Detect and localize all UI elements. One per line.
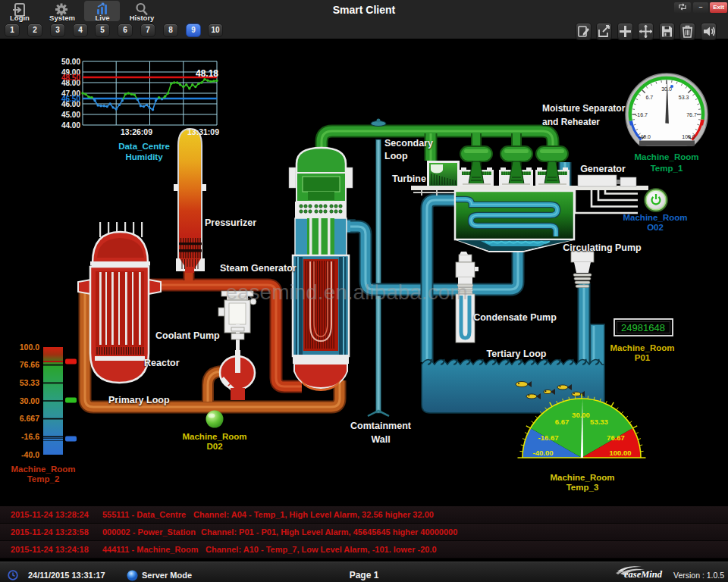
- svg-text:Temp_3: Temp_3: [566, 483, 599, 492]
- svg-text:76.67: 76.67: [607, 433, 625, 442]
- svg-text:Pressurizer: Pressurizer: [205, 217, 256, 228]
- svg-text:Temp_2: Temp_2: [27, 474, 60, 483]
- svg-text:30.00: 30.00: [572, 411, 590, 419]
- svg-text:-16.7: -16.7: [635, 112, 648, 117]
- svg-text:Moisture Separator: Moisture Separator: [542, 103, 626, 114]
- svg-text:Tertiary Loop: Tertiary Loop: [487, 349, 547, 359]
- svg-text:Temp_1: Temp_1: [651, 164, 683, 173]
- svg-text:Humidity: Humidity: [125, 152, 163, 161]
- svg-text:-40.00: -40.00: [533, 449, 554, 457]
- svg-text:D02: D02: [206, 442, 222, 451]
- svg-text:Secondary: Secondary: [384, 138, 433, 149]
- svg-text:100.00: 100.00: [609, 449, 631, 457]
- svg-text:Machine_Room: Machine_Room: [623, 213, 688, 222]
- svg-text:Loop: Loop: [384, 151, 408, 161]
- svg-text:Steam Generator: Steam Generator: [220, 263, 297, 274]
- svg-text:and Reheater: and Reheater: [542, 117, 600, 127]
- svg-text:76.7: 76.7: [686, 112, 697, 117]
- svg-text:13:26:09: 13:26:09: [121, 127, 152, 136]
- svg-text:Reactor: Reactor: [144, 358, 180, 368]
- svg-text:53.3: 53.3: [679, 95, 689, 100]
- svg-text:P01: P01: [635, 353, 651, 362]
- svg-text:Data_Centre: Data_Centre: [118, 142, 170, 151]
- svg-text:76.66: 76.66: [20, 360, 39, 369]
- svg-text:53.33: 53.33: [590, 418, 608, 426]
- svg-text:-16.6: -16.6: [21, 432, 39, 441]
- svg-text:Comtainment: Comtainment: [350, 421, 412, 431]
- svg-text:easeMind: easeMind: [624, 569, 663, 580]
- svg-text:46.50: 46.50: [61, 95, 80, 103]
- svg-text:Primary Loop: Primary Loop: [108, 395, 170, 405]
- svg-text:30.00: 30.00: [20, 396, 39, 405]
- svg-text:O02: O02: [647, 223, 664, 232]
- svg-text:Circulating Pump: Circulating Pump: [563, 242, 642, 253]
- svg-text:Condensate Pump: Condensate Pump: [473, 312, 557, 323]
- svg-text:44.00: 44.00: [61, 121, 80, 130]
- svg-text:30.0: 30.0: [661, 86, 672, 92]
- svg-text:6.67: 6.67: [555, 418, 570, 426]
- svg-text:6.7: 6.7: [646, 95, 654, 100]
- svg-text:48.18: 48.18: [196, 68, 218, 79]
- svg-text:100.0: 100.0: [20, 343, 39, 352]
- svg-text:48.50: 48.50: [61, 74, 80, 82]
- svg-text:53.33: 53.33: [20, 378, 39, 387]
- svg-text:Machine_Room: Machine_Room: [551, 473, 615, 482]
- svg-text:Machine_Room: Machine_Room: [11, 465, 76, 474]
- svg-text:Generator: Generator: [580, 164, 626, 174]
- svg-text:-40.0: -40.0: [21, 450, 39, 459]
- svg-text:-16.67: -16.67: [538, 433, 559, 442]
- svg-text:Coolant Pump: Coolant Pump: [155, 330, 220, 341]
- svg-text:50.00: 50.00: [61, 58, 80, 66]
- svg-text:6.667: 6.667: [20, 414, 39, 423]
- svg-text:Wall: Wall: [371, 434, 390, 445]
- svg-text:13:31:09: 13:31:09: [187, 127, 219, 136]
- svg-text:Machine_Room: Machine_Room: [183, 432, 247, 441]
- svg-text:-40.0: -40.0: [639, 134, 651, 139]
- svg-text:Machine_Room: Machine_Room: [610, 343, 675, 352]
- svg-text:100.0: 100.0: [682, 134, 695, 139]
- svg-text:45.00: 45.00: [61, 111, 80, 119]
- svg-text:Machine_Room: Machine_Room: [635, 152, 699, 161]
- svg-text:Turbine: Turbine: [392, 174, 426, 184]
- svg-text:easemind.en.alibaba.com: easemind.en.alibaba.com: [225, 280, 467, 304]
- svg-text:24981648: 24981648: [621, 322, 665, 333]
